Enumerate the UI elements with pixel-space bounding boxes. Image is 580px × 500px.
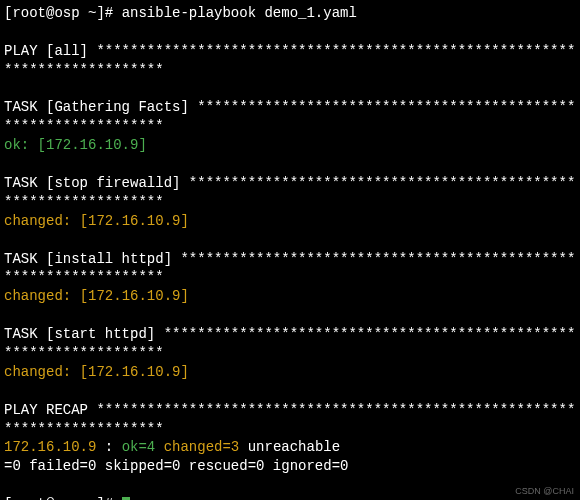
final-prompt-line[interactable]: [root@osp ~]# xyxy=(4,495,576,500)
task-gathering-header-2: ******************* xyxy=(4,117,576,136)
blank-line xyxy=(4,476,576,495)
command-line: [root@osp ~]# ansible-playbook demo_1.ya… xyxy=(4,4,576,23)
blank-line xyxy=(4,80,576,99)
task-start-httpd-header-2: ******************* xyxy=(4,344,576,363)
task-gathering-status: ok: [172.16.10.9] xyxy=(4,136,576,155)
task-gathering-header-1: TASK [Gathering Facts] *****************… xyxy=(4,98,576,117)
command-text: ansible-playbook demo_1.yaml xyxy=(122,5,357,21)
task-start-httpd-status: changed: [172.16.10.9] xyxy=(4,363,576,382)
play-recap-header-2: ******************* xyxy=(4,420,576,439)
blank-line xyxy=(4,23,576,42)
play-recap-header-1: PLAY RECAP *****************************… xyxy=(4,401,576,420)
status-host: [172.16.10.9] xyxy=(80,213,189,229)
blank-line xyxy=(4,306,576,325)
recap-changed: changed=3 xyxy=(164,439,240,455)
recap-spacer: : xyxy=(96,439,121,455)
shell-prompt: [root@osp ~]# xyxy=(4,5,122,21)
status-changed-label: changed: xyxy=(4,364,80,380)
task-install-httpd-header-2: ******************* xyxy=(4,268,576,287)
task-start-httpd-header-1: TASK [start httpd] *********************… xyxy=(4,325,576,344)
recap-ok: ok=4 xyxy=(122,439,156,455)
status-host: [172.16.10.9] xyxy=(80,288,189,304)
play-header-2: ******************* xyxy=(4,61,576,80)
recap-gap1 xyxy=(155,439,163,455)
blank-line xyxy=(4,382,576,401)
blank-line xyxy=(4,231,576,250)
status-changed-label: changed: xyxy=(4,288,80,304)
task-stop-firewalld-header-1: TASK [stop firewalld] ******************… xyxy=(4,174,576,193)
recap-unreachable: unreachable xyxy=(248,439,340,455)
status-changed-label: changed: xyxy=(4,213,80,229)
recap-host: 172.16.10.9 xyxy=(4,439,96,455)
play-recap-summary-1: 172.16.10.9 : ok=4 changed=3 unreachable xyxy=(4,438,576,457)
blank-line xyxy=(4,155,576,174)
play-header-1: PLAY [all] *****************************… xyxy=(4,42,576,61)
task-stop-firewalld-status: changed: [172.16.10.9] xyxy=(4,212,576,231)
shell-prompt: [root@osp ~]# xyxy=(4,496,122,500)
recap-gap2 xyxy=(239,439,247,455)
task-install-httpd-status: changed: [172.16.10.9] xyxy=(4,287,576,306)
play-recap-summary-2: =0 failed=0 skipped=0 rescued=0 ignored=… xyxy=(4,457,576,476)
status-host: [172.16.10.9] xyxy=(80,364,189,380)
task-install-httpd-header-1: TASK [install httpd] *******************… xyxy=(4,250,576,269)
task-stop-firewalld-header-2: ******************* xyxy=(4,193,576,212)
watermark-text: CSDN @CHAI xyxy=(515,485,574,497)
